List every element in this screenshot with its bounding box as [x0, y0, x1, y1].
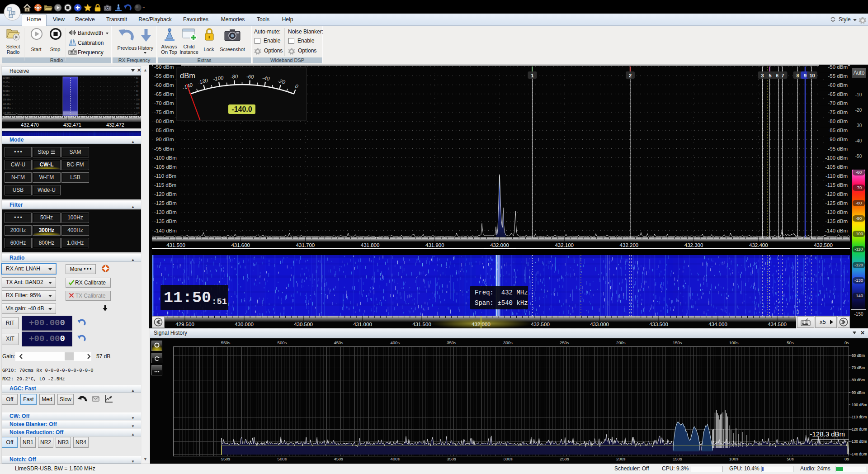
svg-text:300s: 300s — [503, 340, 513, 345]
svg-text:-110 dBm: -110 dBm — [826, 173, 848, 179]
svg-text:50s: 50s — [787, 456, 794, 461]
svg-text:-70 dBm: -70 dBm — [828, 100, 848, 106]
svg-text:432.100: 432.100 — [555, 242, 574, 248]
svg-text:50 dBm: 50 dBm — [3, 77, 10, 79]
svg-text:450s: 450s — [334, 340, 343, 345]
svg-text:430.500: 430.500 — [294, 322, 313, 327]
svg-text:130: 130 — [136, 112, 140, 114]
svg-text:250s: 250s — [560, 340, 569, 345]
svg-text:-80 dBm: -80 dBm — [850, 378, 865, 382]
svg-text:150s: 150s — [673, 456, 682, 461]
svg-text:2: 2 — [629, 73, 632, 78]
svg-text:-50 dBm: -50 dBm — [154, 65, 174, 70]
svg-text:-130 dBm: -130 dBm — [850, 439, 867, 444]
svg-text:-130 dBm: -130 dBm — [154, 209, 177, 215]
svg-text:-90 dBm: -90 dBm — [154, 137, 174, 142]
svg-text:10: 10 — [809, 73, 815, 78]
svg-text:250s: 250s — [560, 456, 569, 461]
svg-text:0s: 0s — [844, 456, 849, 461]
svg-text:90 dBm: 90 dBm — [3, 94, 10, 96]
svg-text:-55 dBm: -55 dBm — [828, 73, 848, 79]
svg-text:100s: 100s — [729, 340, 739, 345]
svg-text:500s: 500s — [278, 340, 287, 345]
svg-text:100: 100 — [136, 99, 140, 101]
svg-text:433.500: 433.500 — [649, 322, 668, 327]
svg-text:430.000: 430.000 — [235, 322, 254, 327]
svg-text:-120 dBm: -120 dBm — [850, 427, 867, 431]
svg-text:432.000: 432.000 — [490, 242, 509, 248]
svg-text:-140.0: -140.0 — [231, 105, 252, 113]
svg-text:-130 dBm: -130 dBm — [825, 209, 848, 215]
svg-text:60 dBm: 60 dBm — [3, 81, 10, 84]
svg-text:432.300: 432.300 — [684, 242, 703, 248]
svg-text:-125 dBm: -125 dBm — [825, 200, 848, 206]
svg-text:-95 dBm: -95 dBm — [828, 146, 848, 152]
svg-text:350s: 350s — [447, 340, 456, 345]
svg-text:5: 5 — [769, 73, 771, 78]
svg-text:60: 60 — [136, 81, 139, 84]
svg-text:8: 8 — [796, 73, 799, 78]
svg-text:-140 dBm: -140 dBm — [154, 228, 177, 233]
svg-text:-65 dBm: -65 dBm — [154, 91, 174, 97]
svg-text:200s: 200s — [616, 340, 626, 345]
svg-text:434.000: 434.000 — [708, 322, 727, 327]
svg-text:-80 dBm: -80 dBm — [154, 118, 174, 124]
svg-text:50s: 50s — [787, 340, 794, 345]
svg-text:432.472: 432.472 — [106, 122, 124, 128]
svg-text:300s: 300s — [503, 456, 513, 461]
svg-text:-70 dBm: -70 dBm — [154, 100, 174, 106]
svg-text:-60: -60 — [246, 74, 255, 80]
svg-text:-80: -80 — [230, 74, 238, 80]
svg-text:-60 dBm: -60 dBm — [828, 82, 848, 88]
svg-text:429.500: 429.500 — [175, 322, 194, 327]
svg-text:400s: 400s — [390, 340, 400, 345]
svg-text:-105 dBm: -105 dBm — [154, 164, 177, 170]
svg-text:130 dBm: 130 dBm — [3, 112, 11, 114]
svg-text:-90 dBm: -90 dBm — [828, 137, 848, 142]
svg-text:432.500: 432.500 — [814, 242, 833, 248]
svg-text:-90 dBm: -90 dBm — [850, 390, 865, 395]
svg-text:-50 dBm: -50 dBm — [828, 65, 848, 70]
svg-text:432.500: 432.500 — [531, 322, 550, 327]
svg-text:-140 dBm: -140 dBm — [850, 452, 867, 456]
svg-text:70: 70 — [136, 85, 139, 88]
svg-text:-140 dBm: -140 dBm — [825, 228, 848, 233]
svg-text:-75 dBm: -75 dBm — [154, 109, 174, 115]
svg-text:-115 dBm: -115 dBm — [154, 182, 176, 188]
svg-text:450s: 450s — [334, 456, 343, 461]
svg-text:432.471: 432.471 — [63, 122, 81, 128]
svg-text:70 dBm: 70 dBm — [3, 85, 10, 88]
svg-text:-115 dBm: -115 dBm — [826, 182, 848, 188]
svg-text:120: 120 — [136, 107, 140, 109]
svg-text:550s: 550s — [221, 340, 231, 345]
svg-text:-110 dBm: -110 dBm — [850, 415, 867, 419]
svg-text:431.500: 431.500 — [412, 322, 431, 327]
svg-text:3: 3 — [761, 73, 764, 78]
svg-text:80: 80 — [136, 90, 139, 92]
svg-text:-125 dBm: -125 dBm — [154, 200, 177, 206]
svg-text:100s: 100s — [729, 456, 739, 461]
svg-text:432.400: 432.400 — [749, 242, 768, 248]
svg-text:350s: 350s — [447, 456, 456, 461]
svg-text:7: 7 — [781, 73, 784, 78]
svg-text:200s: 200s — [616, 456, 626, 461]
svg-text:150s: 150s — [673, 340, 682, 345]
svg-text:432.200: 432.200 — [620, 242, 639, 248]
svg-text:-75 dBm: -75 dBm — [828, 109, 848, 115]
svg-text:-100 dBm: -100 dBm — [825, 155, 848, 161]
svg-text:0s: 0s — [844, 340, 849, 345]
svg-text:-80 dBm: -80 dBm — [828, 118, 848, 124]
svg-text:90: 90 — [136, 94, 139, 96]
svg-text:-85 dBm: -85 dBm — [154, 128, 174, 133]
svg-text:431.500: 431.500 — [166, 242, 185, 248]
svg-text:1: 1 — [531, 73, 533, 78]
svg-text:434.500: 434.500 — [768, 322, 787, 327]
svg-text:-65 dBm: -65 dBm — [828, 91, 848, 97]
svg-text:550s: 550s — [221, 456, 231, 461]
svg-text:-128.3 dBm: -128.3 dBm — [810, 430, 845, 438]
svg-text:431.000: 431.000 — [353, 322, 372, 327]
svg-text:431.700: 431.700 — [296, 242, 315, 248]
svg-text:-60 dBm: -60 dBm — [154, 82, 174, 88]
svg-text:500s: 500s — [278, 456, 287, 461]
svg-text:50: 50 — [136, 77, 139, 79]
